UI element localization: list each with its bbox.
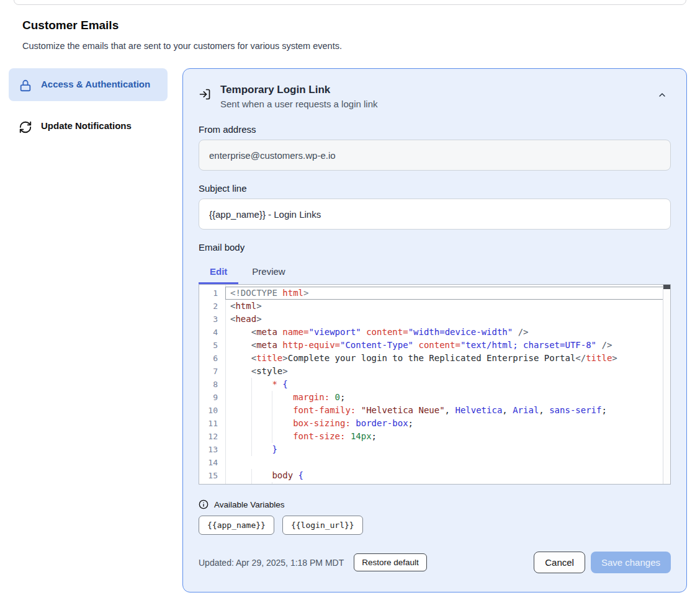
email-body-tabs: Edit Preview [199, 261, 671, 284]
variable-chips: {{app_name}} {{login_url}} [199, 516, 671, 535]
code-line: 12font-size: 14px; [199, 430, 670, 443]
code-line: 9margin: 0; [199, 391, 670, 404]
sidebar-item-label: Access & Authentication [41, 77, 150, 92]
refresh-icon [19, 120, 32, 134]
code-line: 5<meta http-equiv="Content-Type" content… [199, 339, 670, 352]
editor-scrollbar[interactable] [663, 285, 670, 484]
tab-preview[interactable]: Preview [241, 261, 296, 284]
code-line: 14 [199, 456, 670, 469]
code-line: 15body { [199, 469, 670, 482]
panel-title: Temporary Login Link [220, 84, 377, 96]
code-line: 7<style> [199, 365, 670, 378]
panel-footer: Updated: Apr 29, 2025, 1:18 PM MDT Resto… [199, 552, 671, 573]
previous-card-edge [14, 0, 686, 5]
page-subtitle: Customize the emails that are sent to yo… [22, 41, 342, 51]
code-line: 10font-family: "Helvetica Neue", Helveti… [199, 404, 670, 417]
code-line: 11box-sizing: border-box; [199, 417, 670, 430]
sidebar-item-update-notifications[interactable]: Update Notifications [9, 110, 168, 143]
updated-timestamp: Updated: Apr 29, 2025, 1:18 PM MDT [199, 558, 344, 568]
variable-chip-login-url[interactable]: {{login_url}} [282, 516, 363, 535]
restore-default-button[interactable]: Restore default [354, 553, 427, 571]
panel-header-text: Temporary Login Link Sent when a user re… [220, 84, 377, 109]
from-address-input[interactable] [199, 140, 671, 171]
code-line: 3<head> [199, 313, 670, 326]
login-icon [199, 88, 211, 103]
panel-header: Temporary Login Link Sent when a user re… [199, 84, 671, 109]
from-address-label: From address [199, 124, 671, 135]
variable-chip-app-name[interactable]: {{app_name}} [199, 516, 274, 535]
info-icon [199, 499, 209, 509]
code-line: 16background-color: #f8f8f8; [199, 482, 670, 485]
sidebar-item-label: Update Notifications [41, 118, 132, 133]
save-changes-button[interactable]: Save changes [591, 552, 671, 573]
settings-sidebar: Access & Authentication Update Notificat… [9, 68, 168, 151]
collapse-panel-button[interactable] [657, 90, 667, 102]
available-variables-label: Available Variables [214, 500, 285, 509]
code-line: 13} [199, 443, 670, 456]
code-line: 4<meta name="viewport" content="width=de… [199, 326, 670, 339]
tab-edit[interactable]: Edit [199, 261, 238, 284]
code-editor-lines: 1<!DOCTYPE html>2<html>3<head>4<meta nam… [199, 285, 670, 485]
footer-actions: Cancel Save changes [534, 552, 671, 573]
editor-scrollbar-thumb[interactable] [663, 285, 670, 289]
email-body-label: Email body [199, 242, 671, 253]
code-line: 2<html> [199, 300, 670, 313]
code-line: 1<!DOCTYPE html> [199, 287, 670, 300]
code-line: 6<title>Complete your login to the Repli… [199, 352, 670, 365]
code-line: 8* { [199, 378, 670, 391]
page-title: Customer Emails [22, 19, 119, 32]
temporary-login-link-panel: Temporary Login Link Sent when a user re… [182, 68, 687, 592]
customer-emails-page: Customer Emails Customize the emails tha… [0, 0, 700, 608]
code-editor[interactable]: 1<!DOCTYPE html>2<html>3<head>4<meta nam… [199, 284, 671, 485]
sidebar-item-access-authentication[interactable]: Access & Authentication [9, 68, 168, 101]
subject-line-label: Subject line [199, 183, 671, 194]
chevron-up-icon [657, 92, 667, 102]
lock-icon [19, 79, 32, 92]
panel-subtitle: Sent when a user requests a login link [220, 99, 377, 109]
available-variables-row: Available Variables [199, 499, 671, 509]
cancel-button[interactable]: Cancel [534, 552, 585, 573]
subject-line-input[interactable] [199, 199, 671, 230]
